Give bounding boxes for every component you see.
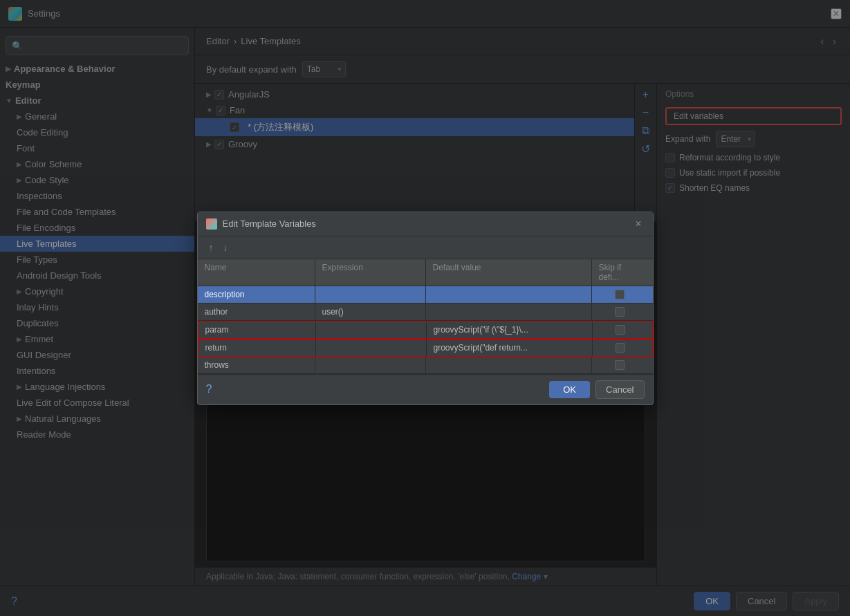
cell-return-name: return [198,339,316,356]
cell-return-default: groovyScript("def return... [427,339,593,356]
table-row-description[interactable]: description [198,286,653,304]
cell-description-name: description [198,286,315,303]
cell-author-expression: user() [315,304,426,320]
cell-return-skip [593,339,648,356]
col-header-default: Default value [426,259,592,286]
table-row-author[interactable]: author user() [198,304,653,321]
cell-description-skip [592,286,647,303]
modal-table-body: description author user() param [198,286,653,374]
modal-cancel-button[interactable]: Cancel [595,380,644,399]
col-header-name: Name [198,259,315,286]
cell-param-name: param [198,321,316,338]
cell-throws-name: throws [198,357,315,373]
modal-table-header: Name Expression Default value Skip if de… [198,259,653,286]
modal-titlebar: Edit Template Variables × [198,212,653,236]
modal-help-icon[interactable]: ? [206,383,212,395]
edit-template-variables-modal: Edit Template Variables × ↑ ↓ Name Expre… [197,212,654,405]
modal-title-icon [206,218,217,230]
cell-return-expression [316,339,427,356]
skip-checkbox-return[interactable] [616,343,625,353]
col-header-expression: Expression [315,259,426,286]
cell-param-expression [316,321,427,338]
modal-overlay: Edit Template Variables × ↑ ↓ Name Expre… [0,0,850,616]
table-row-throws[interactable]: throws [198,357,653,374]
skip-checkbox-param[interactable] [616,325,625,335]
cell-throws-skip [592,357,647,373]
cell-author-name: author [198,304,315,320]
skip-checkbox-throws[interactable] [615,360,625,370]
modal-footer: ? OK Cancel [198,374,653,404]
cell-param-default: groovyScript("if (\"${_1}\... [427,321,593,338]
col-header-skip: Skip if defi... [592,259,647,286]
modal-move-up-button[interactable]: ↑ [206,241,216,254]
cell-param-skip [593,321,648,338]
skip-checkbox-description[interactable] [615,290,625,299]
cell-throws-expression [315,357,426,373]
modal-toolbar: ↑ ↓ [198,236,653,259]
cell-throws-default [426,357,592,373]
cell-description-expression [315,286,426,303]
modal-close-button[interactable]: × [632,218,644,230]
table-row-return[interactable]: return groovyScript("def return... [198,339,653,357]
cell-author-skip [592,304,647,320]
modal-title: Edit Template Variables [223,218,633,229]
cell-description-default [426,286,592,303]
skip-checkbox-author[interactable] [615,307,625,317]
modal-move-down-button[interactable]: ↓ [221,241,231,254]
modal-ok-button[interactable]: OK [549,381,590,398]
cell-author-default [426,304,592,320]
table-row-param[interactable]: param groovyScript("if (\"${_1}\... [198,321,653,339]
